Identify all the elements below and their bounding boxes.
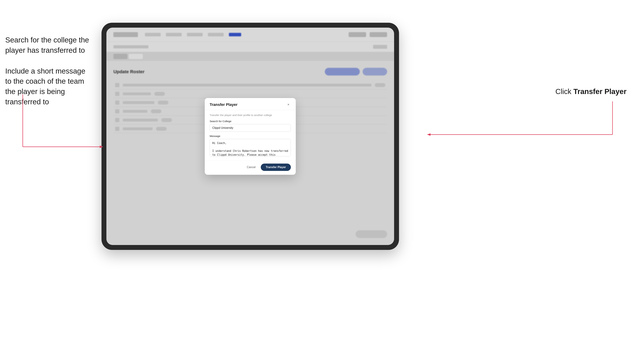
annotation-text-1: Search for the college the player has tr… — [5, 36, 89, 54]
right-annotation: Click Transfer Player — [556, 87, 626, 96]
college-label: Search for College — [210, 120, 291, 123]
svg-marker-5 — [427, 133, 430, 136]
annotation-right-prefix: Click — [556, 87, 574, 96]
transfer-player-button[interactable]: Transfer Player — [261, 164, 291, 171]
tablet-screen: Update Roster — [106, 28, 394, 245]
tablet-frame: Update Roster — [102, 23, 399, 250]
message-label: Message — [210, 135, 291, 138]
modal-subtitle: Transfer the player and their profile to… — [210, 114, 291, 117]
message-textarea[interactable]: Hi Coach, I understand Chris Robertson h… — [210, 139, 291, 156]
left-annotation: Search for the college the player has tr… — [5, 35, 93, 107]
modal-body: Transfer the player and their profile to… — [205, 110, 296, 161]
college-search-input[interactable] — [210, 124, 291, 132]
cancel-button[interactable]: Cancel — [244, 164, 258, 171]
transfer-player-modal: Transfer Player × Transfer the player an… — [205, 98, 296, 175]
modal-footer: Cancel Transfer Player — [205, 161, 296, 175]
modal-close-button[interactable]: × — [286, 102, 291, 107]
annotation-right-bold: Transfer Player — [573, 87, 626, 96]
annotation-text-2: Include a short message to the coach of … — [5, 67, 86, 106]
modal-header: Transfer Player × — [205, 98, 296, 110]
modal-title: Transfer Player — [210, 102, 238, 107]
modal-overlay: Transfer Player × Transfer the player an… — [106, 28, 394, 245]
